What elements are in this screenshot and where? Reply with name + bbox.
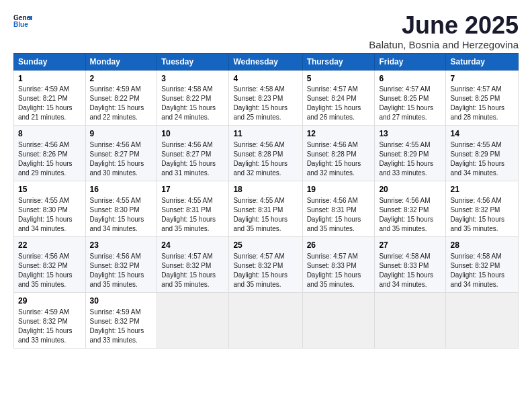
calendar-cell: 3Sunrise: 4:58 AMSunset: 8:22 PMDaylight… (157, 70, 229, 126)
day-number: 16 (90, 184, 153, 195)
day-number: 6 (379, 73, 441, 85)
calendar-cell (157, 292, 229, 348)
day-number: 19 (307, 184, 371, 195)
calendar-cell: 19Sunrise: 4:56 AMSunset: 8:31 PMDayligh… (302, 181, 375, 237)
calendar-cell: 10Sunrise: 4:56 AMSunset: 8:27 PMDayligh… (157, 126, 229, 181)
calendar-week-row: 29Sunrise: 4:59 AMSunset: 8:32 PMDayligh… (14, 292, 519, 348)
col-saturday: Saturday (446, 53, 519, 70)
logo-icon: General Blue (13, 12, 32, 31)
logo-area: General Blue (13, 12, 34, 31)
day-info: Sunrise: 4:58 AMSunset: 8:33 PMDaylight:… (379, 253, 433, 288)
day-info: Sunrise: 4:55 AMSunset: 8:30 PMDaylight:… (90, 197, 144, 232)
calendar-cell: 17Sunrise: 4:55 AMSunset: 8:31 PMDayligh… (157, 181, 229, 237)
day-number: 22 (18, 240, 81, 251)
day-number: 15 (18, 184, 81, 195)
calendar-cell: 28Sunrise: 4:58 AMSunset: 8:32 PMDayligh… (446, 236, 519, 292)
calendar-cell: 21Sunrise: 4:56 AMSunset: 8:32 PMDayligh… (446, 181, 519, 237)
calendar-cell: 4Sunrise: 4:58 AMSunset: 8:23 PMDaylight… (229, 70, 302, 126)
col-monday: Monday (85, 53, 157, 70)
day-info: Sunrise: 4:55 AMSunset: 8:29 PMDaylight:… (379, 141, 433, 177)
day-number: 24 (161, 240, 224, 251)
day-number: 30 (90, 295, 153, 307)
calendar-cell: 2Sunrise: 4:59 AMSunset: 8:22 PMDaylight… (85, 70, 157, 126)
day-info: Sunrise: 4:56 AMSunset: 8:27 PMDaylight:… (161, 141, 216, 177)
day-info: Sunrise: 4:58 AMSunset: 8:22 PMDaylight:… (161, 85, 216, 121)
calendar-cell: 14Sunrise: 4:55 AMSunset: 8:29 PMDayligh… (446, 126, 519, 181)
day-number: 2 (90, 73, 153, 85)
day-number: 23 (90, 240, 153, 251)
day-number: 26 (307, 240, 371, 251)
calendar-cell: 9Sunrise: 4:56 AMSunset: 8:27 PMDaylight… (85, 126, 157, 181)
calendar-cell: 24Sunrise: 4:57 AMSunset: 8:32 PMDayligh… (157, 236, 229, 292)
calendar-week-row: 15Sunrise: 4:55 AMSunset: 8:30 PMDayligh… (14, 181, 519, 237)
calendar-cell: 7Sunrise: 4:57 AMSunset: 8:25 PMDaylight… (446, 70, 519, 126)
day-number: 7 (450, 73, 514, 85)
calendar-cell: 25Sunrise: 4:57 AMSunset: 8:32 PMDayligh… (229, 236, 302, 292)
day-info: Sunrise: 4:57 AMSunset: 8:32 PMDaylight:… (233, 253, 287, 288)
day-number: 21 (450, 184, 514, 195)
day-number: 3 (161, 73, 224, 85)
col-wednesday: Wednesday (229, 53, 302, 70)
day-info: Sunrise: 4:56 AMSunset: 8:26 PMDaylight:… (18, 141, 73, 177)
day-number: 28 (450, 240, 514, 251)
calendar-cell (302, 292, 375, 348)
day-number: 13 (379, 128, 441, 140)
col-tuesday: Tuesday (157, 53, 229, 70)
calendar-week-row: 22Sunrise: 4:56 AMSunset: 8:32 PMDayligh… (14, 236, 519, 292)
day-number: 27 (379, 240, 441, 251)
calendar-cell (446, 292, 519, 348)
calendar-week-row: 8Sunrise: 4:56 AMSunset: 8:26 PMDaylight… (14, 126, 519, 181)
page: General Blue June 2025 Balatun, Bosnia a… (0, 0, 532, 411)
day-info: Sunrise: 4:58 AMSunset: 8:32 PMDaylight:… (450, 253, 504, 288)
day-number: 25 (233, 240, 298, 251)
svg-text:Blue: Blue (13, 21, 28, 28)
day-number: 1 (18, 73, 81, 85)
calendar-cell: 11Sunrise: 4:56 AMSunset: 8:28 PMDayligh… (229, 126, 302, 181)
calendar-cell: 8Sunrise: 4:56 AMSunset: 8:26 PMDaylight… (14, 126, 86, 181)
calendar-cell (375, 292, 446, 348)
day-number: 11 (233, 128, 298, 140)
day-info: Sunrise: 4:59 AMSunset: 8:21 PMDaylight:… (18, 85, 73, 121)
day-info: Sunrise: 4:57 AMSunset: 8:25 PMDaylight:… (379, 85, 433, 121)
calendar-cell: 12Sunrise: 4:56 AMSunset: 8:28 PMDayligh… (302, 126, 375, 181)
day-number: 4 (233, 73, 298, 85)
day-number: 14 (450, 128, 514, 140)
day-info: Sunrise: 4:59 AMSunset: 8:32 PMDaylight:… (90, 308, 144, 344)
day-info: Sunrise: 4:56 AMSunset: 8:32 PMDaylight:… (90, 253, 144, 288)
day-info: Sunrise: 4:55 AMSunset: 8:31 PMDaylight:… (233, 197, 287, 232)
day-info: Sunrise: 4:59 AMSunset: 8:32 PMDaylight:… (18, 308, 73, 344)
day-info: Sunrise: 4:57 AMSunset: 8:32 PMDaylight:… (161, 253, 216, 288)
calendar-cell: 18Sunrise: 4:55 AMSunset: 8:31 PMDayligh… (229, 181, 302, 237)
location-subtitle: Balatun, Bosnia and Herzegovina (369, 39, 519, 50)
title-area: June 2025 Balatun, Bosnia and Herzegovin… (369, 12, 519, 50)
calendar-week-row: 1Sunrise: 4:59 AMSunset: 8:21 PMDaylight… (14, 70, 519, 126)
day-number: 17 (161, 184, 224, 195)
day-info: Sunrise: 4:56 AMSunset: 8:27 PMDaylight:… (90, 141, 144, 177)
calendar-cell: 1Sunrise: 4:59 AMSunset: 8:21 PMDaylight… (14, 70, 86, 126)
header: General Blue June 2025 Balatun, Bosnia a… (13, 12, 519, 50)
calendar-cell (229, 292, 302, 348)
calendar-cell: 26Sunrise: 4:57 AMSunset: 8:33 PMDayligh… (302, 236, 375, 292)
calendar-cell: 30Sunrise: 4:59 AMSunset: 8:32 PMDayligh… (85, 292, 157, 348)
day-info: Sunrise: 4:56 AMSunset: 8:32 PMDaylight:… (379, 197, 433, 232)
calendar-cell: 6Sunrise: 4:57 AMSunset: 8:25 PMDaylight… (375, 70, 446, 126)
day-number: 8 (18, 128, 81, 140)
calendar-cell: 27Sunrise: 4:58 AMSunset: 8:33 PMDayligh… (375, 236, 446, 292)
day-info: Sunrise: 4:56 AMSunset: 8:32 PMDaylight:… (18, 253, 73, 288)
col-sunday: Sunday (14, 53, 86, 70)
calendar-cell: 15Sunrise: 4:55 AMSunset: 8:30 PMDayligh… (14, 181, 86, 237)
calendar-header-row: Sunday Monday Tuesday Wednesday Thursday… (14, 53, 519, 70)
day-number: 10 (161, 128, 224, 140)
day-info: Sunrise: 4:58 AMSunset: 8:23 PMDaylight:… (233, 85, 287, 121)
day-info: Sunrise: 4:56 AMSunset: 8:28 PMDaylight:… (307, 141, 361, 177)
day-info: Sunrise: 4:55 AMSunset: 8:31 PMDaylight:… (161, 197, 216, 232)
day-number: 9 (90, 128, 153, 140)
calendar-cell: 22Sunrise: 4:56 AMSunset: 8:32 PMDayligh… (14, 236, 86, 292)
day-info: Sunrise: 4:56 AMSunset: 8:31 PMDaylight:… (307, 197, 361, 232)
day-info: Sunrise: 4:56 AMSunset: 8:32 PMDaylight:… (450, 197, 504, 232)
day-number: 20 (379, 184, 441, 195)
col-friday: Friday (375, 53, 446, 70)
day-info: Sunrise: 4:55 AMSunset: 8:29 PMDaylight:… (450, 141, 504, 177)
day-number: 5 (307, 73, 371, 85)
calendar-cell: 23Sunrise: 4:56 AMSunset: 8:32 PMDayligh… (85, 236, 157, 292)
